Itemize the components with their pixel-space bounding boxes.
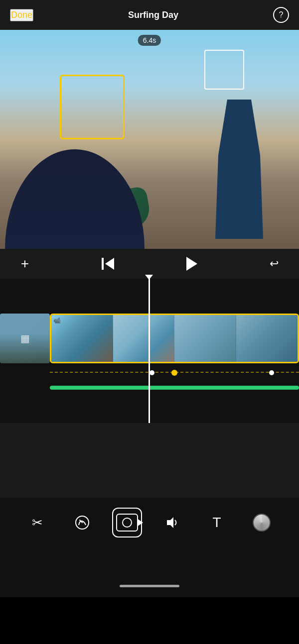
play-button[interactable] bbox=[181, 254, 201, 274]
audio-button[interactable] bbox=[157, 508, 187, 537]
home-indicator bbox=[120, 585, 179, 587]
thumb-segment-4 bbox=[236, 315, 298, 362]
thumb-segment-2 bbox=[113, 315, 175, 362]
text-button[interactable]: T bbox=[202, 508, 232, 537]
camera-record-icon bbox=[116, 514, 138, 532]
speed-button[interactable] bbox=[67, 508, 97, 537]
play-icon bbox=[186, 257, 197, 271]
playhead bbox=[149, 279, 150, 423]
audio-icon bbox=[164, 515, 179, 530]
keyframe-dot-left[interactable] bbox=[150, 370, 154, 375]
add-clip-button[interactable]: + bbox=[15, 254, 35, 274]
cut-button[interactable]: ✂ bbox=[22, 508, 52, 537]
done-button[interactable]: Done bbox=[10, 9, 33, 21]
undo-button[interactable]: ↩ bbox=[264, 254, 284, 274]
timeline-ruler bbox=[50, 367, 299, 377]
face-detection-box-secondary[interactable] bbox=[204, 50, 244, 90]
svg-marker-2 bbox=[167, 517, 173, 528]
camera-mode-button[interactable] bbox=[112, 508, 142, 537]
scissors-icon: ✂ bbox=[32, 515, 43, 531]
barcode-icon: ▦ bbox=[20, 332, 30, 344]
playhead-arrow bbox=[145, 275, 153, 280]
skip-bar bbox=[102, 258, 104, 270]
speedometer-icon bbox=[75, 515, 90, 530]
project-title: Surfing Day bbox=[128, 10, 178, 20]
skip-triangle-icon bbox=[105, 258, 114, 270]
thumb-segment-1: 📹 bbox=[51, 315, 113, 362]
top-bar: Done Surfing Day ? bbox=[0, 0, 299, 30]
color-filter-icon bbox=[253, 514, 271, 532]
camera-lens-icon bbox=[122, 518, 132, 528]
pre-thumbnail: ▦ bbox=[0, 314, 50, 363]
time-badge: 6.4s bbox=[138, 35, 161, 46]
ruler-dashed-line bbox=[50, 372, 299, 373]
thumbnail-strip[interactable]: 📹 bbox=[50, 314, 299, 363]
thumb-segment-3 bbox=[174, 315, 236, 362]
camera-track-icon: 📹 bbox=[53, 317, 61, 324]
face-detection-box-primary[interactable] bbox=[60, 75, 125, 139]
add-icon: + bbox=[21, 256, 29, 272]
undo-icon: ↩ bbox=[270, 257, 279, 270]
toolbar-icon-row: ✂ T bbox=[0, 498, 299, 537]
text-icon: T bbox=[212, 515, 221, 531]
filter-button[interactable] bbox=[247, 508, 277, 537]
playback-controls: + ↩ bbox=[0, 249, 299, 279]
bottom-toolbar: ✂ T bbox=[0, 498, 299, 597]
video-preview: 6.4s bbox=[0, 30, 299, 249]
help-button[interactable]: ? bbox=[273, 7, 289, 23]
skip-to-start-button[interactable] bbox=[98, 254, 118, 274]
keyframe-dot-center[interactable] bbox=[171, 370, 177, 376]
keyframe-dot-right[interactable] bbox=[269, 370, 274, 375]
audio-track bbox=[50, 386, 299, 390]
